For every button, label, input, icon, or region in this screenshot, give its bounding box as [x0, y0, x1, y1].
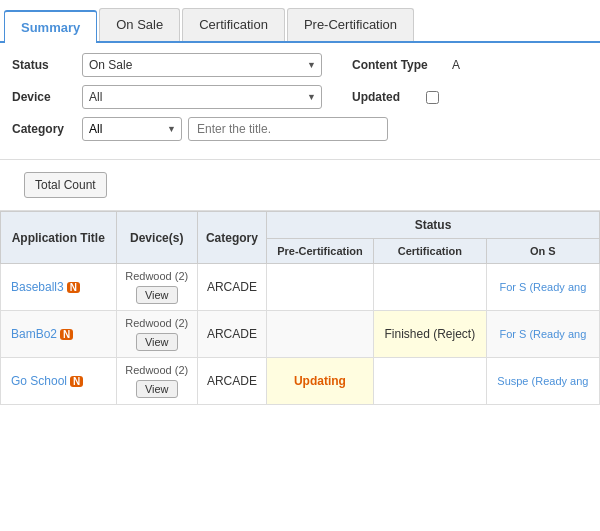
- title-input[interactable]: [188, 117, 388, 141]
- device-cell: Redwood (2)View: [116, 358, 197, 405]
- tab-on-sale[interactable]: On Sale: [99, 8, 180, 41]
- view-button[interactable]: View: [136, 286, 178, 304]
- category-cell: ARCADE: [197, 311, 266, 358]
- col-header-certification: Certification: [373, 239, 486, 264]
- category-select-wrapper: All ARCADE ACTION: [82, 117, 182, 141]
- table-row: BamBo2NRedwood (2)ViewARCADEFinished (Re…: [1, 311, 600, 358]
- col-header-app-title: Application Title: [1, 212, 117, 264]
- pre-cert-cell: [266, 264, 373, 311]
- tab-certification[interactable]: Certification: [182, 8, 285, 41]
- app-title-cell: BamBo2N: [1, 311, 117, 358]
- table-row: Baseball3NRedwood (2)ViewARCADEFor S (Re…: [1, 264, 600, 311]
- device-select[interactable]: All Redwood Cedar: [82, 85, 322, 109]
- status-select[interactable]: On Sale All Pre-Certification Certificat…: [82, 53, 322, 77]
- category-cell: ARCADE: [197, 264, 266, 311]
- status-label: Status: [12, 58, 82, 72]
- content-type-value: A: [452, 58, 460, 72]
- col-header-pre-cert: Pre-Certification: [266, 239, 373, 264]
- app-title-cell: Go SchoolN: [1, 358, 117, 405]
- view-button[interactable]: View: [136, 380, 178, 398]
- n-badge: N: [60, 329, 73, 340]
- filter-area: Status On Sale All Pre-Certification Cer…: [0, 43, 600, 160]
- on-sale-cell: For S (Ready ang: [486, 311, 599, 358]
- device-label: Device: [12, 90, 82, 104]
- filter-row-3: Category All ARCADE ACTION: [12, 117, 588, 141]
- category-label: Category: [12, 122, 82, 136]
- n-badge: N: [67, 282, 80, 293]
- device-select-wrapper: All Redwood Cedar: [82, 85, 322, 109]
- table-row: Go SchoolNRedwood (2)ViewARCADEUpdatingS…: [1, 358, 600, 405]
- tab-bar: Summary On Sale Certification Pre-Certif…: [0, 0, 600, 43]
- app-title-cell: Baseball3N: [1, 264, 117, 311]
- filter-row-2: Device All Redwood Cedar Updated: [12, 85, 588, 109]
- category-select[interactable]: All ARCADE ACTION: [82, 117, 182, 141]
- tab-summary[interactable]: Summary: [4, 10, 97, 43]
- on-sale-cell: Suspe (Ready ang: [486, 358, 599, 405]
- device-cell: Redwood (2)View: [116, 311, 197, 358]
- pre-cert-cell: Updating: [266, 358, 373, 405]
- category-cell: ARCADE: [197, 358, 266, 405]
- app-title-link[interactable]: Baseball3: [11, 280, 64, 294]
- on-sale-cell: For S (Ready ang: [486, 264, 599, 311]
- device-cell: Redwood (2)View: [116, 264, 197, 311]
- n-badge: N: [70, 376, 83, 387]
- pre-cert-cell: [266, 311, 373, 358]
- content-type-label: Content Type: [352, 58, 452, 72]
- certification-cell: [373, 358, 486, 405]
- col-header-status: Status: [266, 212, 599, 239]
- main-table: Application Title Device(s) Category Sta…: [0, 211, 600, 405]
- status-select-wrapper: On Sale All Pre-Certification Certificat…: [82, 53, 322, 77]
- total-count-area: Total Count: [0, 160, 600, 210]
- certification-cell: [373, 264, 486, 311]
- tab-pre-certification[interactable]: Pre-Certification: [287, 8, 414, 41]
- app-title-link[interactable]: Go School: [11, 374, 67, 388]
- total-count-button[interactable]: Total Count: [24, 172, 107, 198]
- table-wrapper: Application Title Device(s) Category Sta…: [0, 210, 600, 405]
- view-button[interactable]: View: [136, 333, 178, 351]
- col-header-category: Category: [197, 212, 266, 264]
- updated-label: Updated: [352, 90, 422, 104]
- updated-checkbox[interactable]: [426, 91, 439, 104]
- certification-cell: Finished (Reject): [373, 311, 486, 358]
- filter-row-1: Status On Sale All Pre-Certification Cer…: [12, 53, 588, 77]
- col-header-devices: Device(s): [116, 212, 197, 264]
- app-title-link[interactable]: BamBo2: [11, 327, 57, 341]
- col-header-on-sale: On S: [486, 239, 599, 264]
